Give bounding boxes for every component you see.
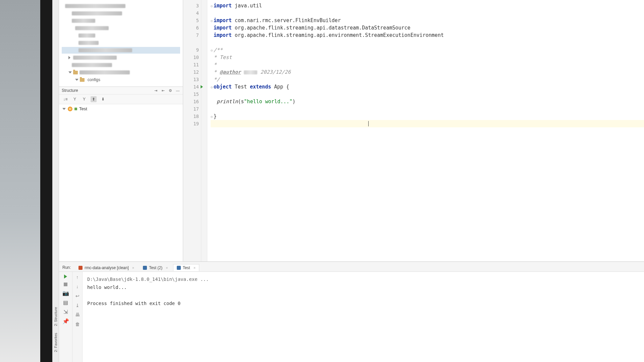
clear-icon[interactable]: 🗑 [75, 321, 80, 327]
structure-hide-icon[interactable]: — [175, 88, 180, 93]
run-tab-test2[interactable]: Test (2) × [139, 264, 171, 271]
run-label: Run: [62, 265, 71, 270]
console-exit-line: Process finished with exit code 0 [87, 299, 639, 307]
editor-caret [368, 121, 369, 126]
run-panel: Run: rmc-data-analyse [clean] × Test (2)… [59, 261, 644, 362]
close-icon[interactable]: × [194, 266, 196, 270]
editor-fold-gutter[interactable] [201, 0, 207, 261]
side-panel: configs Structure ⇥ ⇤ ⚙ — ↓≡ Y Y ⬆ [59, 0, 183, 261]
console-output[interactable]: D:\Java\Base\jdk-1.8.0_141\bin\java.exe … [83, 272, 644, 362]
upper-split: configs Structure ⇥ ⇤ ⚙ — ↓≡ Y Y ⬆ [59, 0, 644, 261]
pin-icon[interactable]: 📌 [63, 318, 68, 324]
project-tree[interactable]: configs [59, 0, 183, 87]
run-body: 📷 ▤ ⇲ 📌 ↑ ↓ ↩ ⤓ 🖶 🗑 D:\Java\Base\jdk-1.8… [59, 272, 644, 362]
export-icon[interactable]: ⇲ [63, 309, 68, 314]
console-cmd-line: D:\Java\Base\jdk-1.8.0_141\bin\java.exe … [87, 275, 639, 283]
main-column: configs Structure ⇥ ⇤ ⚙ — ↓≡ Y Y ⬆ [59, 0, 644, 362]
chevron-down-icon[interactable] [62, 108, 66, 110]
structure-collapse-icon[interactable]: ⇤ [161, 88, 165, 93]
redacted-author [244, 70, 257, 74]
monitor-bezel [40, 0, 52, 362]
structure-filter1-icon[interactable]: Y [72, 96, 78, 102]
structure-toolbar: ↓≡ Y Y ⬆ ⬇ [59, 95, 183, 104]
stop-icon[interactable] [64, 283, 67, 286]
close-icon[interactable]: × [166, 266, 168, 270]
left-rail-structure-tab[interactable]: 2: Structure [53, 304, 58, 329]
run-tab-test[interactable]: Test × [173, 264, 199, 271]
structure-sort-icon[interactable]: ↓≡ [62, 96, 68, 102]
scroll-to-end-icon[interactable]: ⤓ [75, 303, 79, 308]
runnable-badge-icon [74, 108, 77, 110]
run-toolbar-primary: 📷 ▤ ⇲ 📌 [59, 272, 72, 362]
run-tabs-bar: Run: rmc-data-analyse [clean] × Test (2)… [59, 262, 644, 272]
console-stdout-line: hello world... [87, 283, 639, 291]
structure-settings-icon[interactable]: ⚙ [168, 88, 173, 93]
structure-node-test[interactable]: O Test [62, 106, 179, 111]
maven-icon [78, 266, 83, 270]
structure-title: Structure [62, 88, 78, 93]
left-tool-rail: 2: Structure 2: Favorites [52, 0, 59, 362]
run-tab-maven[interactable]: rmc-data-analyse [clean] × [75, 264, 138, 271]
structure-node-label: Test [79, 106, 87, 111]
layout-icon[interactable]: ▤ [63, 300, 68, 305]
scala-icon [177, 266, 181, 270]
gutter-run-icon[interactable] [201, 85, 203, 88]
structure-tree[interactable]: O Test [59, 104, 183, 113]
editor-current-line [211, 120, 644, 127]
object-badge-icon: O [68, 107, 72, 111]
down-arrow-icon[interactable]: ↓ [76, 284, 78, 289]
editor-gutter[interactable]: 3 4 5 6 7 9 10 11 12 13 14 15 16 17 18 [183, 0, 201, 261]
structure-filter2-icon[interactable]: Y [81, 96, 87, 102]
rerun-icon[interactable] [64, 275, 67, 279]
structure-autoscroll-from-icon[interactable]: ⬇ [100, 96, 106, 102]
structure-expand-icon[interactable]: ⇥ [153, 88, 158, 93]
ide-window: 2: Structure 2: Favorites configs [52, 0, 644, 362]
editor-code-area[interactable]: ⊖import java.util ⊖import com.nari.rmc.s… [207, 0, 644, 261]
camera-icon[interactable]: 📷 [63, 290, 68, 296]
run-toolbar-secondary: ↑ ↓ ↩ ⤓ 🖶 🗑 [72, 272, 83, 362]
close-icon[interactable]: × [132, 266, 134, 270]
structure-autoscroll-icon[interactable]: ⬆ [91, 96, 97, 102]
project-tree-configs-folder[interactable]: configs [88, 77, 100, 82]
left-rail-favorites-tab[interactable]: 2: Favorites [53, 329, 58, 355]
soft-wrap-icon[interactable]: ↩ [75, 293, 79, 299]
console-blank [87, 291, 639, 299]
up-arrow-icon[interactable]: ↑ [76, 275, 78, 280]
scala-icon [143, 266, 147, 270]
print-icon[interactable]: 🖶 [75, 312, 80, 317]
structure-panel-header: Structure ⇥ ⇤ ⚙ — [59, 87, 183, 95]
editor[interactable]: 3 4 5 6 7 9 10 11 12 13 14 15 16 17 18 [183, 0, 644, 261]
